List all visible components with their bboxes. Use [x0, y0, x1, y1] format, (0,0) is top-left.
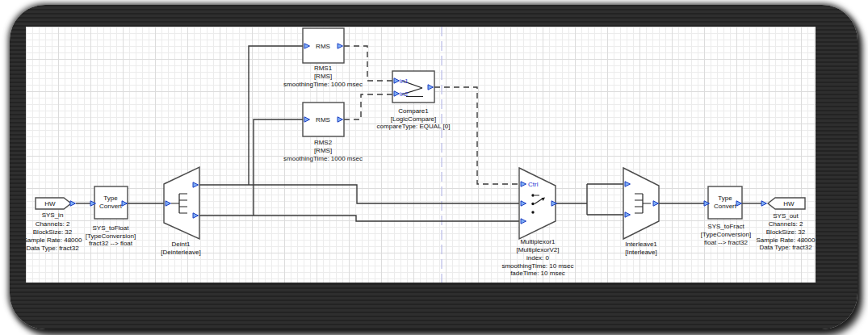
sys-out-prop: Sample Rate: 48000 [757, 237, 816, 244]
wire-branch-to-rms1[interactable] [249, 46, 303, 185]
sys-out-prop: Data Type: fract32 [759, 244, 812, 251]
multiplexor1-name: Multiplexor1 [520, 238, 556, 245]
type-convert-in-type: [TypeConversion] [86, 232, 136, 240]
sys-in-output-pin[interactable] [70, 201, 76, 206]
compare1-prop: compareType: EQUAL [0] [377, 123, 451, 130]
sys-out-prop: Channels: 2 [769, 220, 803, 228]
multiplexor1-prop: index: 0 [526, 254, 550, 262]
compare1-in2-label: in2 [400, 90, 409, 98]
rms1-prop: smoothingTime: 1000 msec [283, 81, 363, 88]
type-convert-in-name: SYS_toFloat [93, 224, 130, 232]
wire-deint-out2-to-mux-in2[interactable] [199, 216, 519, 221]
type-convert-in-title2: Convert [99, 203, 123, 210]
rms1-type: [RMS] [314, 73, 332, 80]
multiplexor1-type: [MultiplexorV2] [517, 246, 560, 253]
type-convert-out-conversion: float --> fract32 [704, 239, 748, 246]
wire-rms2-to-compare-in2[interactable] [344, 94, 392, 119]
sys-in-prop: Data Type: fract32 [26, 245, 79, 252]
interleave1-type: [Interleave] [625, 249, 657, 256]
rms2-name: RMS2 [314, 139, 333, 146]
rms2-title: RMS [316, 116, 330, 124]
type-convert-in-conversion: fract32 --> float [89, 240, 133, 247]
multiplexor1-prop: fadeTime: 10 msec [510, 270, 565, 277]
multiplexor1-ctrl-label: Ctrl [528, 181, 539, 188]
multiplexor1-prop: smoothingTime: 10 msec [501, 262, 573, 270]
sys-in-name: SYS_in [42, 211, 64, 219]
deint1-type: [Deinterleave] [161, 249, 200, 256]
sys-in-prop: Sample Rate: 48000 [26, 237, 82, 244]
sys-in-title: HW [44, 200, 56, 207]
interleave1-name: Interleave1 [625, 241, 657, 248]
wire-compare-to-mux-ctrl[interactable] [434, 87, 519, 184]
deint1-name: Deint1 [171, 241, 191, 248]
sys-in-prop: BlockSize: 32 [33, 228, 73, 236]
type-convert-out-title1: Type [718, 195, 732, 202]
rms1-title: RMS [316, 43, 330, 50]
diagram-layer: HW SYS_in Channels: 2 BlockSize: 32 Samp… [26, 27, 816, 283]
type-convert-out-title2: Convert [714, 203, 737, 210]
sys-out-name: SYS_out [773, 212, 799, 220]
type-convert-in-title1: Type [103, 195, 118, 202]
wire-rms1-to-compare-in1[interactable] [344, 46, 392, 81]
design-canvas[interactable]: HW SYS_in Channels: 2 BlockSize: 32 Samp… [26, 27, 816, 283]
compare1-type: [LogicCompare] [391, 115, 436, 123]
wire-mux-to-interleave[interactable] [556, 184, 623, 215]
wire-branch-to-rms2[interactable] [254, 119, 303, 216]
compare1-in1-label: in1 [400, 77, 409, 85]
sys-out-title: HW [783, 200, 795, 207]
sys-out-input-pin[interactable] [761, 201, 767, 206]
sys-in-prop: Channels: 2 [36, 220, 70, 228]
rms1-name: RMS1 [314, 65, 333, 72]
sys-out-prop: BlockSize: 32 [766, 228, 806, 236]
screenshot-stage: HW SYS_in Channels: 2 BlockSize: 32 Samp… [0, 0, 868, 335]
rms2-type: [RMS] [314, 147, 332, 154]
type-convert-out-type: [TypeConversion] [701, 231, 751, 238]
type-convert-out-name: SYS_toFract [707, 223, 744, 230]
wire-deint-out1-to-mux-in1[interactable] [199, 185, 519, 203]
rms2-prop: smoothingTime: 1000 msec [283, 155, 363, 162]
compare1-name: Compare1 [398, 107, 429, 115]
